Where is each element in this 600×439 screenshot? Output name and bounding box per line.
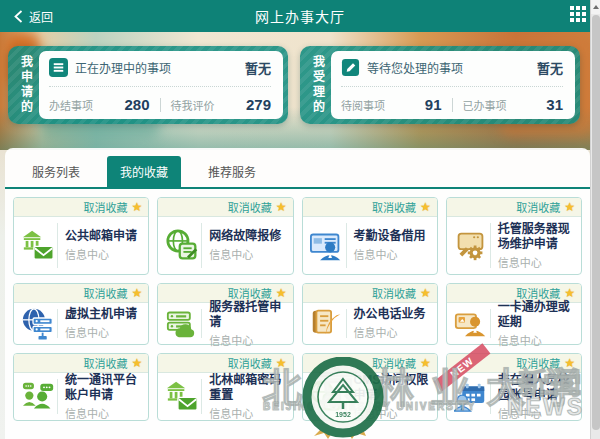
stat-value[interactable]: 280 [124, 96, 149, 113]
service-title[interactable]: CMS访问权限申请 [354, 373, 432, 403]
service-title[interactable]: 虚拟主机申请 [65, 307, 143, 322]
service-dept: 信息中心 [209, 332, 287, 348]
service-title[interactable]: 服务器托管申请 [209, 300, 287, 330]
bank-mail-icon [163, 380, 201, 413]
card-favorite-bar: 取消收藏 ★ [158, 198, 292, 217]
list-icon [49, 58, 68, 77]
card-person-icon [452, 307, 490, 340]
stat-value[interactable]: 31 [546, 96, 563, 113]
service-card[interactable]: 取消收藏 ★ 考勤设备借用 信息中心 [302, 197, 438, 275]
service-dept: 信息中心 [354, 405, 432, 421]
service-dept: 信息中心 [65, 405, 143, 421]
calendar-person-icon [452, 380, 490, 413]
star-icon[interactable]: ★ [564, 356, 575, 370]
service-card[interactable]: 取消收藏 ★ 托管服务器现场维护申请 信息中心 [446, 197, 582, 275]
card-favorite-bar: 取消收藏 ★ [14, 284, 148, 303]
unfavorite-link[interactable]: 取消收藏 [372, 355, 416, 371]
service-title[interactable]: 统一通讯平台账户申请 [65, 373, 143, 403]
card-favorite-bar: 取消收藏 ★ [303, 354, 437, 373]
service-title[interactable]: 办公电话业务 [354, 307, 432, 322]
stat-label: 待我评价 [171, 97, 246, 113]
unfavorite-link[interactable]: 取消收藏 [83, 355, 127, 371]
idcard-person-icon [308, 229, 346, 262]
star-icon[interactable]: ★ [131, 200, 142, 214]
service-dept: 信息中心 [354, 246, 432, 262]
star-icon[interactable]: ★ [564, 286, 575, 300]
card-favorite-bar: 取消收藏 ★ [14, 198, 148, 217]
vertical-scrollbar[interactable] [590, 0, 600, 439]
service-title[interactable]: 一卡通办理或延期 [498, 300, 576, 330]
stat-value[interactable]: 279 [246, 96, 271, 113]
service-card[interactable]: 取消收藏 ★ 服务器托管申请 信息中心 [157, 283, 293, 345]
stat-label: 已办事项 [463, 97, 547, 113]
unfavorite-link[interactable]: 取消收藏 [372, 199, 416, 215]
pending-label: 等待您处理的事项 [367, 59, 530, 76]
tab-recommended[interactable]: 推荐服务 [195, 156, 269, 187]
unfavorite-link[interactable]: 取消收藏 [372, 285, 416, 301]
tab-my-favorites[interactable]: 我的收藏 [107, 156, 181, 187]
service-card[interactable]: NEW 取消收藏 ★ 非在编人员校园账号申请 信息中心 [446, 353, 582, 421]
service-title[interactable]: 考勤设备借用 [354, 229, 432, 244]
service-card[interactable]: 取消收藏 ★ 公共邮箱申请 信息中心 [13, 197, 149, 275]
star-icon[interactable]: ★ [131, 286, 142, 300]
favorites-grid: 取消收藏 ★ 公共邮箱申请 信息中心 取消收藏 ★ 网络故障报修 信息 [5, 189, 590, 429]
unfavorite-link[interactable]: 取消收藏 [516, 199, 560, 215]
service-title[interactable]: 北林邮箱密码重置 [209, 373, 287, 403]
apps-grid-icon[interactable] [570, 6, 586, 26]
service-dept: 信息中心 [209, 246, 287, 262]
service-card[interactable]: 取消收藏 ★ CMS访问权限申请 信息中心 [302, 353, 438, 421]
services-panel: 服务列表 我的收藏 推荐服务 取消收藏 ★ 公共邮箱申请 信息中心 取消收藏 [5, 148, 590, 439]
scroll-up-button[interactable] [591, 0, 600, 14]
star-icon[interactable]: ★ [276, 356, 287, 370]
stat-value[interactable]: 91 [425, 96, 442, 113]
unfavorite-link[interactable]: 取消收藏 [228, 199, 272, 215]
divider [160, 98, 161, 112]
unfavorite-link[interactable]: 取消收藏 [516, 355, 560, 371]
service-dept: 信息中心 [65, 246, 143, 262]
card-favorite-bar: 取消收藏 ★ [303, 284, 437, 303]
arrow-up-icon [593, 5, 599, 9]
service-card[interactable]: 取消收藏 ★ 一卡通办理或延期 信息中心 [446, 283, 582, 345]
globe-note-icon [308, 380, 346, 413]
service-dept: 信息中心 [65, 324, 143, 340]
globe-server-icon [19, 307, 57, 340]
star-icon[interactable]: ★ [420, 200, 431, 214]
star-icon[interactable]: ★ [420, 356, 431, 370]
star-icon[interactable]: ★ [564, 200, 575, 214]
star-icon[interactable]: ★ [276, 286, 287, 300]
pending-value: 暂无 [537, 58, 563, 77]
page: 返回 网上办事大厅 我申请的 正在办理中的事项 暂无 [0, 0, 600, 439]
service-title[interactable]: 公共邮箱申请 [65, 229, 143, 244]
tab-bar: 服务列表 我的收藏 推荐服务 [5, 148, 590, 189]
star-icon[interactable]: ★ [131, 356, 142, 370]
service-title[interactable]: 网络故障报修 [209, 229, 287, 244]
card-favorite-bar: 取消收藏 ★ [447, 198, 581, 217]
page-title: 网上办事大厅 [0, 6, 600, 26]
service-card[interactable]: 取消收藏 ★ 虚拟主机申请 信息中心 [13, 283, 149, 345]
unfavorite-link[interactable]: 取消收藏 [83, 199, 127, 215]
service-title[interactable]: 托管服务器现场维护申请 [498, 222, 576, 252]
service-dept: 信息中心 [498, 405, 576, 421]
tab-service-list[interactable]: 服务列表 [19, 156, 93, 187]
service-dept: 信息中心 [354, 324, 432, 340]
stat-label: 办结事项 [49, 97, 124, 113]
unfavorite-link[interactable]: 取消收藏 [83, 285, 127, 301]
panel-side-label: 我受理的 [305, 51, 331, 119]
service-title[interactable]: 非在编人员校园账号申请 [498, 373, 576, 403]
service-dept: 信息中心 [209, 405, 287, 421]
screen-tools-icon [452, 229, 490, 262]
card-favorite-bar: 取消收藏 ★ [303, 198, 437, 217]
card-favorite-bar: 取消收藏 ★ [14, 354, 148, 373]
service-card[interactable]: 取消收藏 ★ 北林邮箱密码重置 信息中心 [157, 353, 293, 421]
unfavorite-link[interactable]: 取消收藏 [228, 355, 272, 371]
in-progress-label: 正在办理中的事项 [75, 59, 238, 76]
scrollbar-thumb[interactable] [592, 15, 600, 430]
star-icon[interactable]: ★ [420, 286, 431, 300]
divider [49, 86, 271, 87]
header-bar: 返回 网上办事大厅 [0, 0, 600, 32]
service-card[interactable]: 取消收藏 ★ 办公电话业务 信息中心 [302, 283, 438, 345]
service-card[interactable]: 取消收藏 ★ 统一通讯平台账户申请 信息中心 [13, 353, 149, 421]
service-card[interactable]: 取消收藏 ★ 网络故障报修 信息中心 [157, 197, 293, 275]
globe-note-icon [163, 229, 201, 262]
star-icon[interactable]: ★ [276, 200, 287, 214]
